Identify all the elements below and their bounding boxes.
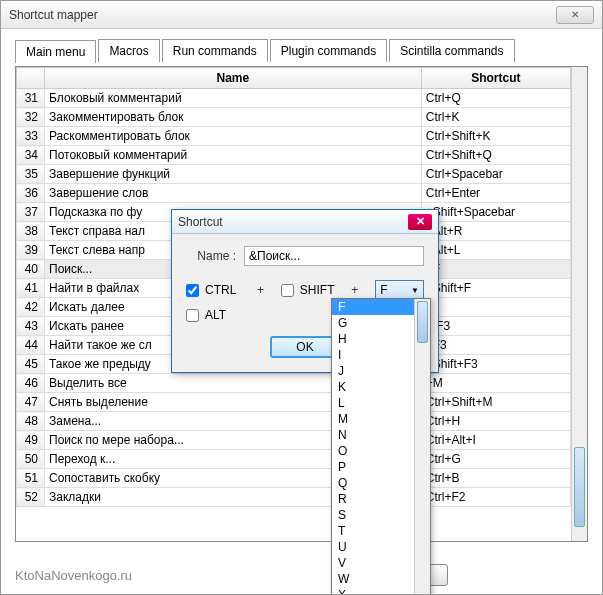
row-number: 32 bbox=[17, 108, 45, 127]
dropdown-option[interactable]: Q bbox=[332, 475, 414, 491]
key-select-value: F bbox=[380, 283, 387, 297]
cell-shortcut: Ctrl+F2 bbox=[421, 488, 570, 507]
dropdown-option[interactable]: H bbox=[332, 331, 414, 347]
table-row[interactable]: 32Закомментировать блокCtrl+K bbox=[17, 108, 571, 127]
tab-plugin-commands[interactable]: Plugin commands bbox=[270, 39, 387, 62]
dropdown-scrollbar-thumb[interactable] bbox=[417, 301, 428, 343]
cell-shortcut: Ctrl+Spacebar bbox=[421, 165, 570, 184]
tab-macros[interactable]: Macros bbox=[98, 39, 159, 62]
row-number: 47 bbox=[17, 393, 45, 412]
cell-shortcut: +Shift+F bbox=[421, 279, 570, 298]
dropdown-option[interactable]: V bbox=[332, 555, 414, 571]
row-number: 44 bbox=[17, 336, 45, 355]
table-row[interactable]: 52ЗакладкиCtrl+F2 bbox=[17, 488, 571, 507]
alt-label: ALT bbox=[205, 308, 226, 322]
cell-shortcut: +Shift+Spacebar bbox=[421, 203, 570, 222]
table-row[interactable]: 33Раскомментировать блокCtrl+Shift+K bbox=[17, 127, 571, 146]
dropdown-option[interactable]: O bbox=[332, 443, 414, 459]
cell-shortcut: Ctrl+Shift+K bbox=[421, 127, 570, 146]
cell-shortcut: +F bbox=[421, 260, 570, 279]
table-row[interactable]: 48Замена...Ctrl+H bbox=[17, 412, 571, 431]
dropdown-option[interactable]: L bbox=[332, 395, 414, 411]
table-row[interactable]: 51Сопоставить скобкуCtrl+B bbox=[17, 469, 571, 488]
name-header[interactable]: Name bbox=[45, 68, 422, 89]
dropdown-option[interactable]: X bbox=[332, 587, 414, 595]
alt-checkbox[interactable] bbox=[186, 309, 199, 322]
dropdown-option[interactable]: K bbox=[332, 379, 414, 395]
cell-shortcut: +F3 bbox=[421, 336, 570, 355]
table-row[interactable]: 36Завершение словCtrl+Enter bbox=[17, 184, 571, 203]
row-number: 39 bbox=[17, 241, 45, 260]
table-row[interactable]: 35Завершение функцийCtrl+Spacebar bbox=[17, 165, 571, 184]
table-row[interactable]: 46Выделить все+M bbox=[17, 374, 571, 393]
row-number: 51 bbox=[17, 469, 45, 488]
dropdown-option[interactable]: I bbox=[332, 347, 414, 363]
tab-bar: Main menuMacrosRun commandsPlugin comman… bbox=[1, 29, 602, 62]
table-row[interactable]: 34Потоковый комментарийCtrl+Shift+Q bbox=[17, 146, 571, 165]
key-select[interactable]: F ▼ bbox=[375, 280, 424, 300]
row-number: 49 bbox=[17, 431, 45, 450]
rownum-header bbox=[17, 68, 45, 89]
shortcut-header[interactable]: Shortcut bbox=[421, 68, 570, 89]
row-number: 43 bbox=[17, 317, 45, 336]
cell-shortcut: +M bbox=[421, 374, 570, 393]
row-number: 36 bbox=[17, 184, 45, 203]
row-number: 40 bbox=[17, 260, 45, 279]
row-number: 52 bbox=[17, 488, 45, 507]
plus-1: + bbox=[255, 283, 266, 297]
tab-run-commands[interactable]: Run commands bbox=[162, 39, 268, 62]
cell-shortcut: Ctrl+K bbox=[421, 108, 570, 127]
row-number: 48 bbox=[17, 412, 45, 431]
cell-shortcut: Ctrl+Alt+I bbox=[421, 431, 570, 450]
row-number: 33 bbox=[17, 127, 45, 146]
row-number: 41 bbox=[17, 279, 45, 298]
dropdown-option[interactable]: G bbox=[332, 315, 414, 331]
cell-shortcut: Ctrl+Shift+M bbox=[421, 393, 570, 412]
tab-main-menu[interactable]: Main menu bbox=[15, 40, 96, 63]
dropdown-option[interactable]: P bbox=[332, 459, 414, 475]
dropdown-option[interactable]: J bbox=[332, 363, 414, 379]
row-number: 37 bbox=[17, 203, 45, 222]
window-close-button[interactable]: ✕ bbox=[556, 6, 594, 24]
dropdown-option[interactable]: M bbox=[332, 411, 414, 427]
cell-shortcut bbox=[421, 298, 570, 317]
cell-shortcut: Ctrl+B bbox=[421, 469, 570, 488]
dropdown-option[interactable]: N bbox=[332, 427, 414, 443]
dropdown-option[interactable]: S bbox=[332, 507, 414, 523]
cell-name: Раскомментировать блок bbox=[45, 127, 422, 146]
ok-button[interactable]: OK bbox=[270, 336, 339, 358]
cell-shortcut: +Shift+F3 bbox=[421, 355, 570, 374]
dropdown-option[interactable]: W bbox=[332, 571, 414, 587]
tab-scintilla-commands[interactable]: Scintilla commands bbox=[389, 39, 514, 62]
dropdown-option[interactable]: T bbox=[332, 523, 414, 539]
dialog-close-button[interactable]: ✕ bbox=[408, 214, 432, 230]
vertical-scrollbar[interactable] bbox=[571, 67, 587, 541]
window-title: Shortcut mapper bbox=[9, 8, 98, 22]
shift-label: SHIFT bbox=[300, 283, 335, 297]
row-number: 31 bbox=[17, 89, 45, 108]
table-row[interactable]: 49Поиск по мере набора...Ctrl+Alt+I bbox=[17, 431, 571, 450]
name-field-input[interactable] bbox=[244, 246, 424, 266]
table-row[interactable]: 50Переход к...Ctrl+G bbox=[17, 450, 571, 469]
cell-name: Завершение функций bbox=[45, 165, 422, 184]
dialog-title-text: Shortcut bbox=[178, 215, 223, 229]
row-number: 34 bbox=[17, 146, 45, 165]
dropdown-option[interactable]: F bbox=[332, 299, 414, 315]
dropdown-scrollbar[interactable] bbox=[414, 299, 430, 595]
name-field-label: Name : bbox=[186, 249, 244, 263]
row-number: 38 bbox=[17, 222, 45, 241]
key-dropdown-list[interactable]: FGHIJKLMNOPQRSTUVWXYZ bbox=[331, 298, 431, 595]
ctrl-checkbox[interactable] bbox=[186, 284, 199, 297]
dropdown-option[interactable]: R bbox=[332, 491, 414, 507]
scrollbar-thumb[interactable] bbox=[574, 447, 585, 527]
cell-name: Блоковый комментарий bbox=[45, 89, 422, 108]
cell-shortcut: Ctrl+Q bbox=[421, 89, 570, 108]
chevron-down-icon: ▼ bbox=[411, 286, 419, 295]
shift-checkbox[interactable] bbox=[281, 284, 294, 297]
table-row[interactable]: 47Снять выделениеCtrl+Shift+M bbox=[17, 393, 571, 412]
row-number: 50 bbox=[17, 450, 45, 469]
dropdown-option[interactable]: U bbox=[332, 539, 414, 555]
row-number: 46 bbox=[17, 374, 45, 393]
table-row[interactable]: 31Блоковый комментарийCtrl+Q bbox=[17, 89, 571, 108]
cell-shortcut: +Alt+L bbox=[421, 241, 570, 260]
